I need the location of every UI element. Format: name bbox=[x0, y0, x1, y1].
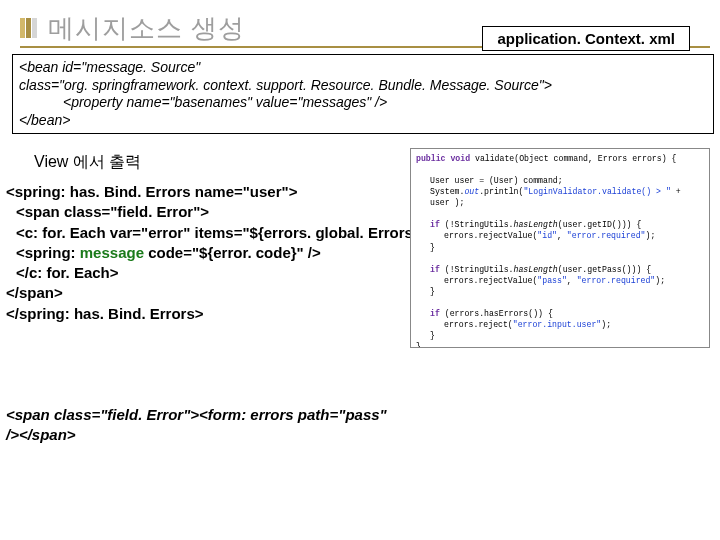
java-text: , bbox=[567, 276, 577, 285]
java-text: ); bbox=[655, 276, 665, 285]
jsp-line: <spring: has. Bind. Errors name="user"> bbox=[6, 183, 297, 200]
xml-line: <property name="basenames" value="messag… bbox=[63, 94, 707, 112]
java-text: } bbox=[430, 243, 435, 252]
java-field: out bbox=[464, 187, 479, 196]
jsp-line: </spring: has. Bind. Errors> bbox=[6, 305, 204, 322]
java-method: hasLength bbox=[514, 220, 558, 229]
java-string: "LoginValidator.validate() > " bbox=[523, 187, 670, 196]
java-string: "id" bbox=[537, 231, 557, 240]
java-text: (!StringUtils. bbox=[440, 265, 514, 274]
java-string: "pass" bbox=[537, 276, 566, 285]
jsp-code-block: <spring: has. Bind. Errors name="user"> … bbox=[6, 182, 435, 324]
java-text: User user = (User) command; bbox=[430, 176, 563, 185]
java-string: "error.required" bbox=[567, 231, 646, 240]
java-text: .println( bbox=[479, 187, 523, 196]
jsp-line: </span> bbox=[6, 284, 63, 301]
xml-line: </bean> bbox=[19, 112, 707, 130]
java-kw: public void bbox=[416, 154, 475, 163]
slide-title: 메시지소스 생성 bbox=[48, 11, 245, 46]
java-text: errors.rejectValue( bbox=[444, 231, 537, 240]
form-line: /></span> bbox=[6, 425, 406, 445]
java-text: System. bbox=[430, 187, 464, 196]
form-line: <span class="field. Error"><form: errors… bbox=[6, 405, 406, 425]
jsp-line-post: code="${error. code}" /> bbox=[144, 244, 321, 261]
jsp-line-pre: <spring: bbox=[16, 244, 80, 261]
java-text: errors.reject( bbox=[444, 320, 513, 329]
java-text: (user.getPass())) { bbox=[558, 265, 651, 274]
jsp-line: </c: for. Each> bbox=[16, 264, 119, 281]
java-kw: if bbox=[430, 265, 440, 274]
java-text: } bbox=[430, 287, 435, 296]
title-bullet-icon bbox=[20, 18, 38, 38]
java-kw: if bbox=[430, 220, 440, 229]
java-string: "error.required" bbox=[577, 276, 656, 285]
java-text: } bbox=[430, 331, 435, 340]
java-text: (user.getID())) { bbox=[558, 220, 642, 229]
java-text: ); bbox=[601, 320, 611, 329]
java-text: (errors.hasErrors()) { bbox=[440, 309, 553, 318]
jsp-line: <span class="field. Error"> bbox=[16, 203, 209, 220]
filename-badge: application. Context. xml bbox=[482, 26, 690, 51]
java-text: validate(Object command, Errors errors) … bbox=[475, 154, 676, 163]
java-string: "error.input.user" bbox=[513, 320, 601, 329]
java-text: , bbox=[557, 231, 567, 240]
jsp-line: <c: for. Each var="error" items="${error… bbox=[16, 224, 435, 241]
java-code-panel: public void validate(Object command, Err… bbox=[410, 148, 710, 348]
java-text: (!StringUtils. bbox=[440, 220, 514, 229]
java-method: hasLength bbox=[514, 265, 558, 274]
xml-config-box: <bean id="message. Source" class="org. s… bbox=[12, 54, 714, 134]
view-output-label: View 에서 출력 bbox=[34, 152, 141, 173]
java-text: errors.rejectValue( bbox=[444, 276, 537, 285]
jsp-keyword: message bbox=[80, 244, 144, 261]
java-text: ); bbox=[645, 231, 655, 240]
xml-line: <bean id="message. Source" bbox=[19, 59, 707, 77]
form-errors-block: <span class="field. Error"><form: errors… bbox=[6, 405, 406, 444]
xml-line: class="org. springframework. context. su… bbox=[19, 77, 707, 95]
java-text: } bbox=[416, 342, 421, 348]
java-kw: if bbox=[430, 309, 440, 318]
